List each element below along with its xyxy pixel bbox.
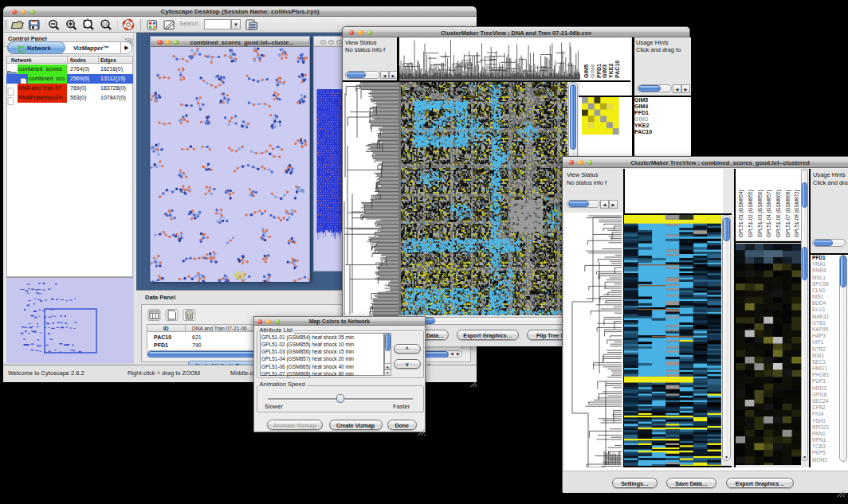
svg-text:GPL51-02 (GSM855): GPL51-02 (GSM855) [748,190,754,238]
svg-text:GPL51-01 (GSM854): GPL51-01 (GSM854) [738,190,744,238]
svg-text:GPL51-03 (GSM856): GPL51-03 (GSM856) [757,190,764,238]
svg-text:PFD1: PFD1 [595,64,601,78]
svg-text:1:1: 1:1 [103,22,108,26]
svg-text:GPL51-04 (GSM857): GPL51-04 (GSM857) [766,190,772,238]
svg-text:GPL51-08 (GSM872): GPL51-08 (GSM872) [794,190,800,238]
svg-text:YKE2: YKE2 [608,64,614,78]
svg-text:GIM4: GIM4 [589,64,595,78]
svg-text:GIM5: GIM5 [583,64,589,78]
svg-text:GPL51-07 (GSM868): GPL51-07 (GSM868) [785,190,791,238]
svg-text:PAC10: PAC10 [614,61,620,78]
svg-text:GPL51-06 (GSM865): GPL51-06 (GSM865) [775,190,782,238]
svg-text:GIM3: GIM3 [602,64,607,78]
